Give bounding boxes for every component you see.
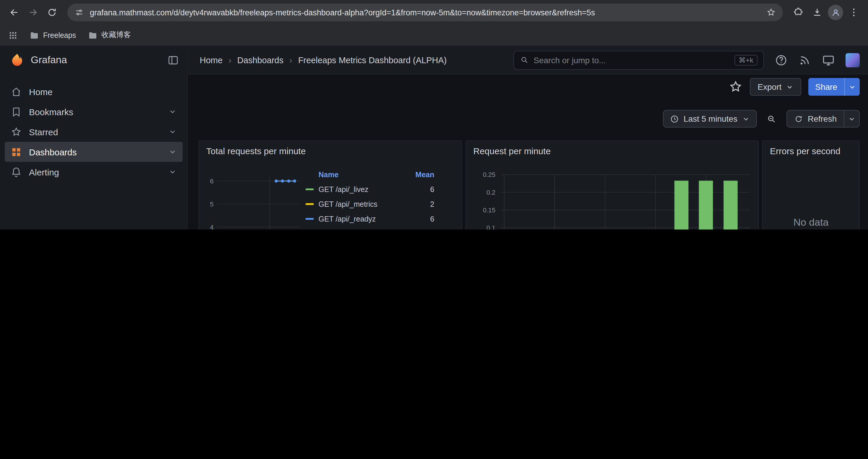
time-range-label: Last 5 minutes bbox=[684, 114, 737, 124]
news-rss-icon[interactable] bbox=[798, 54, 811, 66]
share-label: Share bbox=[808, 78, 844, 96]
bookmark-icon bbox=[11, 106, 22, 117]
bookmark-blog-folder[interactable]: 收藏博客 bbox=[88, 30, 131, 40]
series-name[interactable]: GET /api/_metrics bbox=[318, 200, 399, 208]
share-button[interactable]: Share bbox=[808, 78, 860, 96]
sidebar-item-bookmarks[interactable]: Bookmarks bbox=[5, 102, 183, 122]
main-area: Home › Dashboards › Freeleaps Metrics Da… bbox=[188, 46, 868, 230]
extensions-button[interactable] bbox=[790, 4, 807, 21]
series-mean: 6 bbox=[399, 215, 434, 223]
zoom-out-button[interactable] bbox=[763, 110, 780, 128]
search-icon bbox=[520, 56, 529, 64]
user-avatar[interactable] bbox=[845, 53, 860, 67]
reload-icon bbox=[47, 7, 57, 18]
svg-text:0.15: 0.15 bbox=[483, 206, 495, 214]
home-icon bbox=[11, 86, 22, 97]
download-icon bbox=[812, 7, 823, 18]
sidebar-item-alerting[interactable]: Alerting bbox=[5, 162, 183, 182]
bookmark-label: Freeleaps bbox=[43, 31, 76, 39]
bell-icon bbox=[11, 166, 22, 177]
legend-row: GET /api/_livez 6 bbox=[306, 182, 454, 197]
url-bar[interactable]: grafana.mathmast.com/d/deytv4rwavabkb/fr… bbox=[67, 4, 783, 21]
downloads-button[interactable] bbox=[809, 4, 826, 21]
export-button[interactable]: Export bbox=[750, 78, 801, 96]
svg-text:0.25: 0.25 bbox=[483, 171, 495, 178]
svg-text:0.1: 0.1 bbox=[487, 224, 495, 230]
brand-title: Grafana bbox=[31, 54, 161, 66]
legend-row: GET /api/_readyz 6 bbox=[306, 211, 454, 226]
series-mean: 6 bbox=[399, 185, 434, 193]
sidebar-nav: Home Bookmarks Starred Dashboards bbox=[0, 74, 187, 189]
chevron-down-icon bbox=[848, 83, 856, 91]
chevron-down-icon[interactable] bbox=[168, 168, 177, 176]
forward-button[interactable] bbox=[25, 4, 41, 21]
browser-toolbar: grafana.mathmast.com/d/deytv4rwavabkb/fr… bbox=[0, 0, 868, 25]
browser-profile-button[interactable] bbox=[828, 5, 843, 20]
time-range-picker[interactable]: Last 5 minutes bbox=[663, 110, 757, 128]
grafana-logo[interactable] bbox=[9, 53, 25, 68]
sidebar-item-starred[interactable]: Starred bbox=[5, 122, 183, 142]
chevron-down-icon bbox=[785, 83, 793, 91]
screen: grafana.mathmast.com/d/deytv4rwavabkb/fr… bbox=[0, 0, 868, 230]
apps-grid-icon[interactable] bbox=[8, 30, 18, 40]
no-data-message: No data bbox=[763, 217, 859, 228]
chevron-down-icon bbox=[742, 115, 750, 123]
legend-table: Name Mean GET /api/_livez 6 GET /api/_me… bbox=[306, 167, 454, 230]
breadcrumb: Home › Dashboards › Freeleaps Metrics Da… bbox=[200, 55, 447, 65]
legend-row: GET /api/_metrics 2 bbox=[306, 197, 454, 211]
panel-title[interactable]: Request per minute bbox=[473, 146, 551, 156]
panel-total-requests: Total requests per minute 6543217:40 Nam… bbox=[198, 140, 462, 230]
bookmarks-bar: Freeleaps 收藏博客 bbox=[0, 25, 868, 46]
series-name[interactable]: GET /api/_livez bbox=[318, 185, 399, 193]
sidebar-item-label: Starred bbox=[29, 127, 58, 137]
svg-text:5: 5 bbox=[210, 201, 214, 208]
sidebar-item-dashboards[interactable]: Dashboards bbox=[5, 142, 183, 162]
legend-name-header[interactable]: Name bbox=[318, 170, 399, 179]
dashboards-grid-icon bbox=[11, 146, 22, 157]
zoom-out-icon bbox=[767, 114, 777, 124]
series-name[interactable]: GET /api/_readyz bbox=[318, 215, 399, 223]
panel-errors-per-second: Errors per second No data bbox=[762, 140, 860, 230]
series-mean: 2 bbox=[399, 200, 434, 208]
url-text: grafana.mathmast.com/d/deytv4rwavabkb/fr… bbox=[90, 8, 761, 17]
panel-title[interactable]: Total requests per minute bbox=[206, 146, 306, 156]
sidebar-item-label: Bookmarks bbox=[29, 107, 73, 117]
dock-menu-icon[interactable] bbox=[167, 54, 179, 66]
favorite-star-icon[interactable] bbox=[728, 80, 743, 94]
series-swatch bbox=[306, 189, 314, 190]
help-icon[interactable] bbox=[775, 54, 788, 66]
kebab-menu-icon bbox=[848, 7, 859, 18]
svg-text:0.2: 0.2 bbox=[487, 189, 495, 196]
chevron-down-icon[interactable] bbox=[168, 128, 177, 136]
svg-text:6: 6 bbox=[210, 177, 214, 185]
star-icon bbox=[11, 126, 22, 137]
dashboard-toolbar: Export Share bbox=[188, 74, 868, 99]
monitor-icon[interactable] bbox=[822, 54, 835, 66]
reload-button[interactable] bbox=[44, 4, 60, 21]
legend-mean-header[interactable]: Mean bbox=[399, 170, 434, 179]
sidebar-item-label: Home bbox=[29, 87, 53, 97]
breadcrumb-home[interactable]: Home bbox=[200, 55, 222, 65]
refresh-main[interactable]: Refresh bbox=[787, 110, 844, 127]
chevron-down-icon[interactable] bbox=[168, 107, 177, 116]
refresh-interval-caret[interactable] bbox=[844, 110, 859, 127]
bookmark-label: 收藏博客 bbox=[101, 30, 131, 40]
refresh-button[interactable]: Refresh bbox=[786, 110, 860, 128]
puzzle-icon bbox=[793, 7, 804, 18]
top-header: Home › Dashboards › Freeleaps Metrics Da… bbox=[188, 46, 868, 74]
back-button[interactable] bbox=[6, 4, 23, 21]
sidebar-item-home[interactable]: Home bbox=[5, 81, 183, 102]
chevron-down-icon[interactable] bbox=[168, 148, 177, 156]
browser-menu-button[interactable] bbox=[845, 4, 862, 21]
series-swatch bbox=[306, 218, 314, 220]
search-box[interactable]: ⌘+k bbox=[514, 51, 764, 69]
search-input[interactable] bbox=[533, 55, 730, 65]
forward-arrow-icon bbox=[28, 7, 38, 18]
panel-title[interactable]: Errors per second bbox=[770, 146, 840, 156]
panel-request-per-minute: Request per minute 0.250.20.150.10.05017… bbox=[466, 140, 759, 230]
bookmark-freeleaps[interactable]: Freeleaps bbox=[30, 30, 76, 40]
svg-text:4: 4 bbox=[210, 224, 214, 230]
bookmark-star-icon[interactable] bbox=[766, 8, 776, 17]
breadcrumb-dashboards[interactable]: Dashboards bbox=[237, 55, 283, 65]
share-menu-caret[interactable] bbox=[844, 78, 860, 96]
